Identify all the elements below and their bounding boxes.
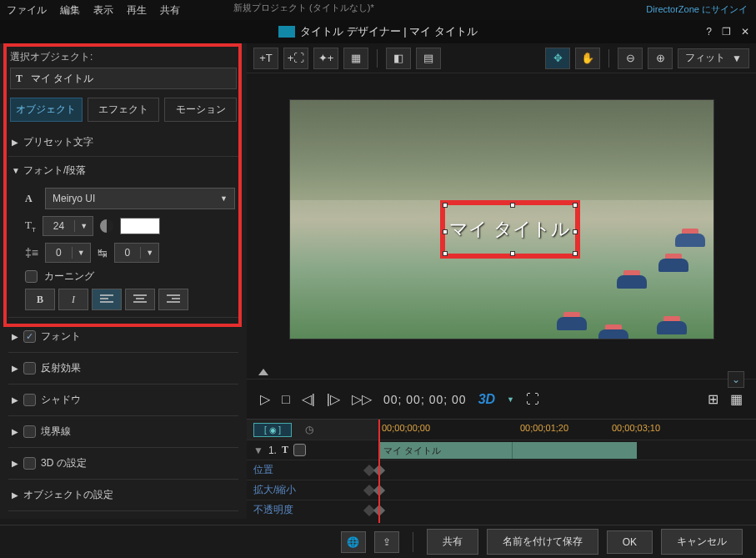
clock-icon[interactable]: ◷ xyxy=(297,424,322,435)
kerning-label: カーニング xyxy=(44,269,94,284)
tab-effect[interactable]: エフェクト xyxy=(88,98,160,122)
grid-button[interactable]: ▦ xyxy=(730,391,743,407)
tab-motion[interactable]: モーション xyxy=(164,98,237,122)
add-text-button[interactable]: +T xyxy=(253,48,278,69)
menu-share[interactable]: 共有 xyxy=(160,3,180,18)
section-border[interactable]: ▶境界線 xyxy=(8,416,238,447)
tab-object[interactable]: オブジェクト xyxy=(10,98,83,122)
3d-checkbox[interactable] xyxy=(23,457,36,470)
selected-object-field[interactable]: T マイ タイトル xyxy=(10,68,237,89)
3d-toggle[interactable]: 3D xyxy=(478,392,495,407)
menubar: ファイル 編集 表示 再生 共有 新規プロジェクト (タイトルなし)* Dire… xyxy=(0,0,756,20)
char-spacing-icon: ↹ xyxy=(98,246,108,259)
font-enable-checkbox[interactable] xyxy=(23,330,36,343)
window-title: タイトル デザイナー | マイ タイトル xyxy=(300,24,478,39)
gradient-button[interactable]: ◧ xyxy=(386,48,411,69)
menu-view[interactable]: 表示 xyxy=(93,3,113,18)
close-button[interactable]: ✕ xyxy=(741,26,749,38)
globe-icon[interactable]: 🌐 xyxy=(341,531,366,553)
align-left-button[interactable] xyxy=(92,289,122,310)
share-button[interactable]: 共有 xyxy=(427,529,478,555)
section-font-toggle[interactable]: ▶フォント xyxy=(8,321,238,352)
shadow-checkbox[interactable] xyxy=(23,394,36,406)
add-bg-button[interactable]: ▦ xyxy=(343,48,368,69)
section-shadow[interactable]: ▶シャドウ xyxy=(8,385,238,415)
section-object-settings[interactable]: ▶オブジェクトの設定 xyxy=(8,480,238,510)
font-family-icon: A xyxy=(25,193,40,205)
fast-forward-button[interactable]: ▷▷ xyxy=(352,391,372,407)
stop-button[interactable]: □ xyxy=(282,392,290,407)
transport-controls: ⌄ ▷ □ ◁| |▷ ▷▷ 00; 00; 00; 00 3D ▼ ⛶ ⊞ ▦ xyxy=(247,379,756,419)
footer: 🌐 ⇪ 共有 名前を付けて保存 OK キャンセル xyxy=(0,525,756,558)
zoom-fit-combo[interactable]: フィット▼ xyxy=(678,48,749,68)
chevron-down-icon: ▼ xyxy=(141,249,158,257)
start-marker[interactable] xyxy=(258,369,268,375)
menu-file[interactable]: ファイル xyxy=(7,3,47,18)
position-track-label[interactable]: 位置 xyxy=(247,460,378,480)
timeline-clip[interactable]: マイ タイトル xyxy=(378,442,637,459)
selected-object-value: マイ タイトル xyxy=(31,72,93,86)
preview-canvas[interactable]: マイ タイトル xyxy=(247,73,756,365)
timeline-ruler[interactable]: 00;00;00;00 00;00;01;20 00;00;03;10 xyxy=(378,420,756,440)
visibility-toggle[interactable]: [ ◉ ] xyxy=(253,423,292,437)
next-frame-button[interactable]: |▷ xyxy=(327,391,340,407)
add-particle-button[interactable]: ✦+ xyxy=(313,48,338,69)
fullscreen-button[interactable]: ⛶ xyxy=(526,392,539,407)
chevron-right-icon: ▶ xyxy=(12,138,23,147)
char-spacing-combo[interactable]: 0 ▼ xyxy=(114,243,160,263)
font-color-chip[interactable] xyxy=(120,218,160,234)
selected-object-label: 選択オブジェクト: xyxy=(10,50,237,64)
font-size-icon: TT xyxy=(25,219,36,234)
safe-zone-button[interactable]: ⊞ xyxy=(708,391,718,407)
hand-tool-button[interactable]: ✋ xyxy=(575,48,600,69)
add-image-button[interactable]: +⛶ xyxy=(283,48,308,69)
align-right-button[interactable] xyxy=(158,289,188,310)
italic-button[interactable]: I xyxy=(58,289,88,310)
opacity-track-label[interactable]: 不透明度 xyxy=(247,500,378,520)
track-header[interactable]: ▼ 1. T xyxy=(247,440,378,460)
move-tool-button[interactable]: ✥ xyxy=(545,48,570,69)
cancel-button[interactable]: キャンセル xyxy=(661,529,743,555)
layers-button[interactable]: ▤ xyxy=(416,48,441,69)
kerning-checkbox[interactable] xyxy=(25,270,38,283)
toolbar: +T +⛶ ✦+ ▦ ◧ ▤ ✥ ✋ ⊖ ⊕ フィット▼ xyxy=(247,43,756,73)
menu-edit[interactable]: 編集 xyxy=(60,3,80,18)
title-selection[interactable]: マイ タイトル xyxy=(440,200,580,259)
border-checkbox[interactable] xyxy=(23,425,36,438)
font-size-combo[interactable]: 24 ▼ xyxy=(43,216,93,236)
timecode[interactable]: 00; 00; 00; 00 xyxy=(383,393,467,406)
reflection-checkbox[interactable] xyxy=(23,362,36,375)
bold-button[interactable]: B xyxy=(25,289,55,310)
section-preset[interactable]: ▶ プリセット文字 xyxy=(8,128,238,156)
title-text[interactable]: マイ タイトル xyxy=(449,217,569,242)
right-panel: +T +⛶ ✦+ ▦ ◧ ▤ ✥ ✋ ⊖ ⊕ フィット▼ xyxy=(247,43,756,519)
section-reflection[interactable]: ▶反射効果 xyxy=(8,353,238,384)
playhead[interactable] xyxy=(378,420,380,523)
directorzone-link[interactable]: DirectorZone にサインイ xyxy=(646,3,748,16)
project-name: 新規プロジェクト (タイトルなし)* xyxy=(233,2,374,14)
track-checkbox[interactable] xyxy=(293,444,306,456)
chevron-down-icon: ▼ xyxy=(73,249,90,257)
font-family-combo[interactable]: Meiryo UI ▼ xyxy=(45,188,235,209)
prev-frame-button[interactable]: ◁| xyxy=(302,391,315,407)
ok-button[interactable]: OK xyxy=(607,530,653,554)
line-spacing-combo[interactable]: 0 ▼ xyxy=(45,243,91,263)
collapse-button[interactable]: ⌄ xyxy=(728,371,744,388)
upload-icon[interactable]: ⇪ xyxy=(374,531,399,553)
left-panel: 選択オブジェクト: T マイ タイトル オブジェクト エフェクト モーション ▶… xyxy=(0,43,247,519)
restore-button[interactable]: ❐ xyxy=(722,26,731,38)
play-button[interactable]: ▷ xyxy=(260,391,270,407)
scale-track-label[interactable]: 拡大/縮小 xyxy=(247,480,378,500)
section-font[interactable]: ▼ フォント/段落 xyxy=(8,157,238,184)
app-icon xyxy=(278,26,295,38)
zoom-out-button[interactable]: ⊖ xyxy=(618,48,643,69)
align-center-button[interactable] xyxy=(125,289,155,310)
help-button[interactable]: ? xyxy=(706,26,712,38)
save-as-button[interactable]: 名前を付けて保存 xyxy=(487,529,598,555)
color-toggle-icon[interactable] xyxy=(100,219,113,233)
section-3d[interactable]: ▶3D の設定 xyxy=(8,448,238,479)
line-spacing-icon: ‡≡ xyxy=(25,246,38,259)
zoom-in-button[interactable]: ⊕ xyxy=(648,48,673,69)
menu-play[interactable]: 再生 xyxy=(127,3,147,18)
chevron-down-icon: ▼ xyxy=(220,194,228,203)
